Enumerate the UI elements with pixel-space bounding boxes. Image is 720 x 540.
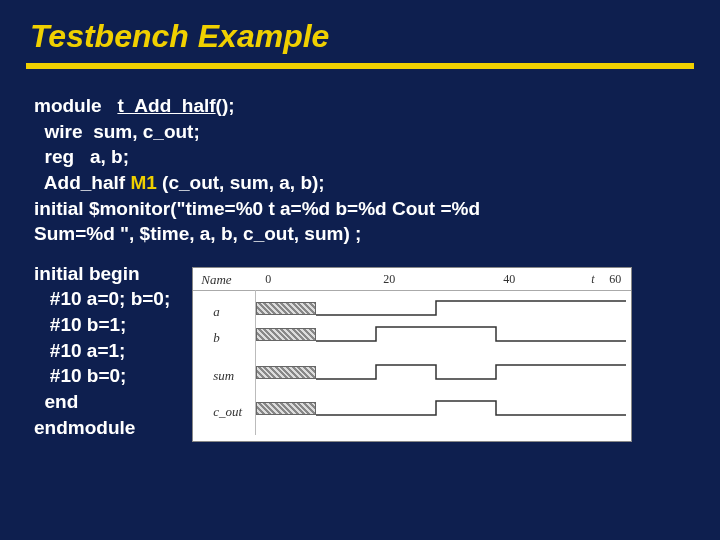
wave-tick: t (591, 272, 594, 287)
content-area: module t_Add_half(); wire sum, c_out; re… (0, 93, 720, 442)
code-line: #10 b=0; (34, 363, 170, 389)
module-name: t_Add_half (117, 95, 215, 116)
wave-signal-label: a (213, 304, 220, 320)
kw-module: module (34, 95, 102, 116)
wave-signal-label: c_out (213, 404, 242, 420)
code-line: end (34, 389, 170, 415)
wave-name-header: Name (201, 272, 231, 288)
code-text: (c_out, sum, a, b); (162, 172, 325, 193)
copyright-note (624, 430, 626, 438)
code-line: Add_half M1 (c_out, sum, a, b); (34, 170, 686, 196)
wave-tick: 20 (383, 272, 395, 287)
wave-tick: 60 (609, 272, 621, 287)
code-text: Add_half (34, 172, 125, 193)
wave-signal-cout (256, 290, 626, 440)
code-line: reg a, b; (34, 144, 686, 170)
code-block-2: initial begin #10 a=0; b=0; #10 b=1; #10… (34, 261, 170, 440)
code-line: #10 a=1; (34, 338, 170, 364)
waveform-diagram: Name 0 20 40 t 60 a b sum c_out (192, 267, 632, 442)
code-text: (); (216, 95, 235, 116)
slide-title: Testbench Example (0, 18, 720, 63)
code-line: #10 a=0; b=0; (34, 286, 170, 312)
wave-signal-label: sum (213, 368, 234, 384)
code-block-1: module t_Add_half(); wire sum, c_out; re… (34, 93, 686, 247)
code-line: Sum=%d ", $time, a, b, c_out, sum) ; (34, 221, 686, 247)
slide: Testbench Example module t_Add_half(); w… (0, 0, 720, 540)
code-line: module t_Add_half(); (34, 93, 686, 119)
wave-tick: 0 (265, 272, 271, 287)
lower-row: initial begin #10 a=0; b=0; #10 b=1; #10… (34, 261, 686, 442)
code-line: initial $monitor("time=%0 t a=%d b=%d Co… (34, 196, 686, 222)
wave-signal-label: b (213, 330, 220, 346)
code-line: wire sum, c_out; (34, 119, 686, 145)
code-line: initial begin (34, 261, 170, 287)
instance-name: M1 (130, 172, 156, 193)
title-rule (26, 63, 694, 69)
code-line: #10 b=1; (34, 312, 170, 338)
wave-plot (255, 290, 623, 435)
code-line: endmodule (34, 415, 170, 441)
wave-tick: 40 (503, 272, 515, 287)
